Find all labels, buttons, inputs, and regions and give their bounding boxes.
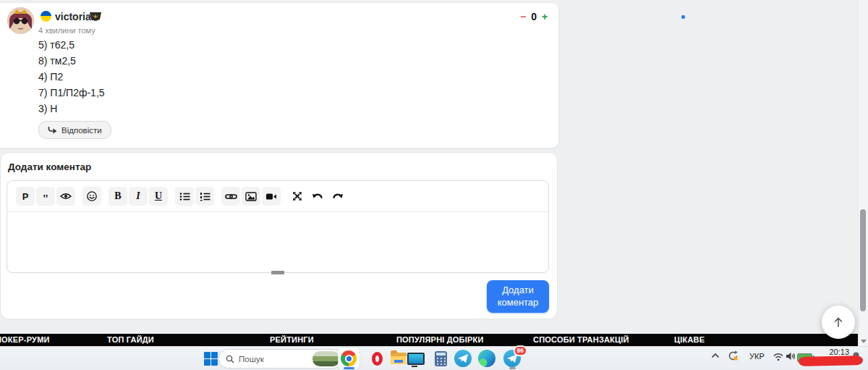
opera-logo-icon	[372, 352, 383, 366]
comment-timestamp: 4 хвилини тому	[38, 26, 95, 35]
footer-item-popular-picks[interactable]: ПОПУЛЯРНІ ДОБІРКИ	[396, 334, 484, 346]
display-app-icon[interactable]	[407, 350, 425, 367]
ordered-list-button[interactable]	[195, 187, 214, 206]
up-arrow-icon	[832, 316, 845, 329]
unordered-list-button[interactable]	[175, 187, 194, 206]
monitor-icon	[407, 353, 425, 365]
add-comment-title: Додати коментар	[8, 161, 91, 172]
ordered-list-icon	[200, 192, 210, 201]
fullscreen-icon	[292, 191, 302, 201]
link-icon	[225, 193, 237, 201]
reply-arrow-icon	[48, 126, 57, 134]
page: victorias 4 хвилини тому 5) т62,5 8) тм2…	[0, 0, 868, 370]
chrome-active-indicator	[344, 367, 354, 369]
bold-button[interactable]: B	[109, 187, 127, 206]
scrollbar-down-arrow[interactable]	[861, 340, 867, 343]
reply-label: Відповісти	[61, 126, 102, 135]
preview-button[interactable]	[56, 187, 75, 206]
ukraine-flag-icon	[41, 11, 51, 22]
vote-count: 0	[531, 11, 537, 22]
taskbar-clock[interactable]: 20:13	[822, 348, 849, 356]
footer-item-top-guides[interactable]: ТОП ГАЙДИ	[107, 334, 154, 346]
taskbar-search[interactable]: Пошук	[218, 349, 342, 369]
telegram-icon[interactable]	[454, 350, 472, 367]
comment-editor: P " B I U	[7, 180, 549, 273]
redo-button[interactable]	[328, 187, 347, 206]
vip-badge-icon	[88, 10, 103, 22]
footer-nav: ПОКЕР-РУМИ ТОП ГАЙДИ РЕЙТИНГИ ПОПУЛЯРНІ …	[0, 334, 859, 346]
opera-icon[interactable]	[368, 350, 386, 367]
eye-icon	[60, 193, 72, 200]
comment-line: 4) П2	[38, 71, 63, 83]
undo-icon	[312, 192, 323, 201]
smiley-icon	[86, 190, 98, 202]
submit-comment-button[interactable]: Додати коментар	[487, 280, 549, 313]
windows-logo-icon	[204, 352, 218, 366]
volume-icon[interactable]	[786, 352, 796, 361]
quote-button[interactable]: "	[36, 187, 55, 206]
language-indicator[interactable]: УКР	[749, 352, 765, 361]
calculator-icon[interactable]	[432, 350, 449, 367]
comment-input[interactable]	[7, 212, 548, 272]
add-comment-card: Додати коментар P " B I U	[0, 152, 558, 319]
footer-item-transaction-methods[interactable]: СПОСОБИ ТРАНЗАКЦІЙ	[533, 334, 629, 346]
redo-icon	[332, 192, 344, 201]
search-icon	[226, 355, 234, 363]
reply-button[interactable]: Відповісти	[38, 121, 111, 139]
comment-line: 7) П1/П2ф-1,5	[38, 87, 105, 98]
calculator-glyph-icon	[435, 351, 447, 366]
vote-controls: − 0 +	[520, 11, 548, 22]
editor-resize-handle[interactable]	[271, 271, 284, 274]
comment-line: 8) тм2,5	[38, 55, 76, 67]
video-icon	[265, 193, 277, 201]
emoji-button[interactable]	[82, 187, 101, 206]
tray-expand-chevron[interactable]	[711, 353, 720, 358]
comment-line: 5) т62,5	[38, 39, 75, 51]
italic-button[interactable]: I	[129, 187, 148, 206]
video-button[interactable]	[262, 187, 281, 206]
start-button[interactable]	[202, 350, 219, 367]
avatar[interactable]	[7, 7, 34, 34]
telegram-running-indicator	[509, 367, 516, 369]
notification-badge: 96	[514, 345, 527, 356]
edge-logo-icon	[478, 350, 495, 367]
upvote-button[interactable]: +	[542, 11, 548, 22]
image-icon	[245, 192, 257, 201]
wifi-icon[interactable]	[773, 353, 784, 361]
editor-toolbar: P " B I U	[7, 181, 548, 212]
footer-item-ratings[interactable]: РЕЙТИНГИ	[270, 334, 314, 346]
bing-daily-image	[312, 351, 340, 366]
unordered-list-icon	[179, 192, 190, 201]
telegram-logo-icon: 96	[503, 350, 521, 367]
scroll-to-top-button[interactable]	[822, 306, 855, 339]
comment-card: victorias 4 хвилини тому 5) т62,5 8) тм2…	[0, 2, 559, 148]
telegram-second-icon[interactable]: 96	[503, 350, 521, 367]
chrome-icon[interactable]	[338, 348, 359, 369]
downvote-button[interactable]: −	[520, 11, 526, 22]
footer-item-interesting[interactable]: ЦІКАВЕ	[674, 334, 705, 346]
fullscreen-button[interactable]	[288, 187, 307, 206]
link-button[interactable]	[221, 187, 240, 206]
image-button[interactable]	[242, 187, 260, 206]
folder-icon	[391, 353, 407, 364]
telegram-logo-icon	[454, 350, 472, 367]
scrollbar-thumb[interactable]	[860, 209, 866, 311]
comment-line: 3) Н	[38, 103, 57, 114]
cursor-dot	[681, 15, 685, 19]
sync-tray-icon[interactable]	[728, 350, 739, 361]
red-scribble-annotation	[799, 356, 863, 366]
paragraph-button[interactable]: P	[16, 187, 35, 206]
undo-button[interactable]	[308, 187, 327, 206]
underline-button[interactable]: U	[149, 187, 168, 206]
edge-icon[interactable]	[478, 350, 495, 367]
search-placeholder: Пошук	[239, 355, 312, 363]
chrome-logo-icon	[341, 350, 357, 366]
file-explorer-icon[interactable]	[390, 350, 407, 367]
footer-item-poker-rooms[interactable]: ПОКЕР-РУМИ	[0, 334, 50, 346]
